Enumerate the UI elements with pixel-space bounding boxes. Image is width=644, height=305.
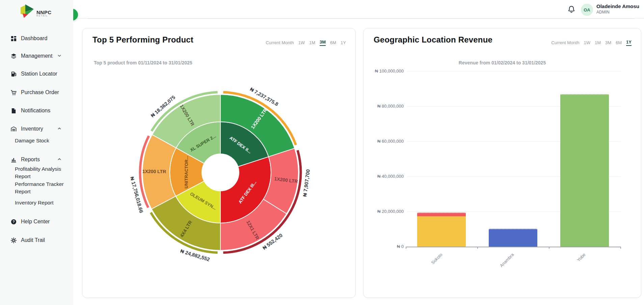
sidebar-item-label: Station Locator bbox=[21, 71, 57, 77]
chevron-up-icon bbox=[57, 157, 61, 163]
x-axis-tick bbox=[620, 247, 621, 249]
sidebar-subitem-label: Damage Stock bbox=[15, 138, 49, 143]
sidebar-item-label: Audit Trail bbox=[21, 237, 45, 243]
sidebar-item-label: Management bbox=[21, 53, 52, 59]
sunburst-value-label-oleum-syn: ₦ 24,882,552 bbox=[180, 248, 210, 262]
sidebar-item-label: Purchase Order bbox=[21, 89, 59, 95]
sidebar-item-label: Inventory bbox=[21, 126, 43, 132]
x-axis-label-sokoto: Sokoto bbox=[413, 252, 443, 282]
sunburst-outer-label-1x200-ltr: 1X200 LTR bbox=[142, 169, 166, 174]
sunburst-chart: ATF DEX II...1X200 LTR₦ 7,237,375.8ATF D… bbox=[102, 54, 339, 290]
topbar: OA Oladeinde Amosu ADMIN bbox=[73, 0, 644, 19]
chevron-up-icon bbox=[57, 126, 61, 132]
sidebar-item-label: Notifications bbox=[21, 108, 50, 114]
period-filter-1m[interactable]: 1M bbox=[309, 40, 315, 45]
user-role: ADMIN bbox=[596, 10, 639, 15]
sidebar-item-notifications[interactable]: Notifications bbox=[0, 105, 73, 117]
bar-sokoto-seg1[interactable] bbox=[417, 213, 466, 216]
top5-performing-product-card: Top 5 Performing Product Current Month1W… bbox=[82, 28, 356, 298]
user-initials: OA bbox=[584, 7, 590, 12]
x-axis-tick bbox=[406, 247, 406, 249]
sidebar-subitem-profitability-analysis-report[interactable]: Profitability Analysis Report bbox=[15, 165, 71, 180]
sidebar-item-station-locator[interactable]: Station Locator bbox=[0, 68, 73, 80]
station-locator-icon bbox=[10, 71, 17, 77]
bar-sokoto-seg0[interactable] bbox=[417, 216, 466, 247]
sidebar-item-label: Dashboard bbox=[21, 35, 47, 41]
sidebar-item-purchase-order[interactable]: Purchase Order bbox=[0, 86, 73, 99]
sidebar-subitem-label: Profitability Analysis Report bbox=[15, 166, 61, 179]
dashboard-icon bbox=[10, 35, 17, 42]
user-avatar[interactable]: OA bbox=[581, 4, 593, 16]
sidebar-subitem-inventory-report[interactable]: Inventory Report bbox=[15, 199, 71, 206]
y-axis-tick-label: ₦ 40,000,000 bbox=[366, 174, 404, 179]
sidebar-item-management[interactable]: Management bbox=[0, 50, 73, 62]
reports-icon bbox=[10, 156, 17, 163]
user-menu[interactable]: Oladeinde Amosu ADMIN bbox=[596, 3, 639, 15]
period-filter-6m[interactable]: 6M bbox=[330, 40, 336, 45]
brand-name: NNPC bbox=[36, 10, 52, 15]
sidebar-item-audit-trail[interactable]: Audit Trail bbox=[0, 234, 73, 246]
nnpc-logo: NNPC RETAIL bbox=[20, 4, 52, 19]
sidebar-item-reports[interactable]: Reports bbox=[0, 154, 73, 166]
audit-icon bbox=[10, 237, 17, 244]
sunburst-value-label-atf-dex-iii: ₦ 7,907,700 bbox=[302, 169, 311, 197]
notifications-icon bbox=[10, 107, 17, 114]
x-axis-tick bbox=[477, 247, 478, 249]
geographic-location-revenue-card: Geographic Location Revenue Current Mont… bbox=[363, 28, 641, 298]
sidebar-subitem-label: Performance Tracker Report bbox=[15, 181, 64, 194]
notification-bell-icon[interactable] bbox=[567, 5, 576, 14]
sidebar-item-label: Reports bbox=[21, 157, 40, 163]
period-filter-1y[interactable]: 1Y bbox=[341, 40, 346, 45]
help-icon: ? bbox=[10, 218, 17, 225]
sidebar-item-label: Help Center bbox=[21, 219, 50, 225]
sidebar: NNPC RETAIL DashboardManagementStation L… bbox=[0, 0, 73, 305]
period-filter-group-top5: Current Month1W1M3M6M1Y bbox=[266, 39, 346, 46]
bar-anambra[interactable] bbox=[489, 229, 537, 247]
user-name: Oladeinde Amosu bbox=[596, 3, 639, 10]
sidebar-subitem-damage-stock[interactable]: Damage Stock bbox=[15, 137, 71, 144]
management-icon bbox=[10, 53, 17, 59]
period-filter-1w[interactable]: 1W bbox=[298, 40, 305, 45]
nnpc-logo-icon bbox=[20, 4, 36, 19]
y-axis-tick-label: ₦ 60,000,000 bbox=[366, 139, 404, 144]
bar-yobe[interactable] bbox=[560, 94, 609, 247]
sidebar-subitem-label: Inventory Report bbox=[15, 200, 54, 205]
sidebar-item-dashboard[interactable]: Dashboard bbox=[0, 32, 73, 45]
sunburst-inner-label-unitractor: UNITRACTOR... bbox=[184, 156, 189, 189]
chevron-down-icon bbox=[57, 53, 61, 59]
y-axis-tick-label: ₦ 0 bbox=[366, 244, 404, 249]
period-filter-current-month[interactable]: Current Month bbox=[266, 40, 294, 45]
sidebar-item-inventory[interactable]: Inventory bbox=[0, 123, 73, 135]
x-axis-tick bbox=[549, 247, 549, 249]
x-axis-line bbox=[406, 247, 621, 247]
y-axis-tick-label: ₦ 100,000,000 bbox=[366, 68, 404, 74]
y-axis-tick-label: ₦ 80,000,000 bbox=[366, 104, 404, 109]
app-root: NNPC RETAIL DashboardManagementStation L… bbox=[0, 0, 644, 305]
y-axis-tick-label: ₦ 20,000,000 bbox=[366, 209, 404, 214]
svg-text:?: ? bbox=[12, 220, 15, 224]
gridline-100000000 bbox=[407, 71, 621, 72]
purchase-order-icon bbox=[10, 89, 17, 96]
sidebar-subitem-performance-tracker-report[interactable]: Performance Tracker Report bbox=[15, 181, 71, 195]
x-axis-label-anambra: Anambra bbox=[485, 252, 515, 282]
card-title-top5: Top 5 Performing Product bbox=[92, 35, 193, 45]
period-filter-3m[interactable]: 3M bbox=[320, 39, 326, 46]
bar-chart: ₦ 0₦ 20,000,000₦ 40,000,000₦ 60,000,000₦… bbox=[364, 28, 642, 298]
sidebar-item-help-center[interactable]: ?Help Center bbox=[0, 216, 73, 228]
x-axis-label-yobe: Yobe bbox=[557, 252, 586, 282]
inventory-icon bbox=[10, 126, 17, 132]
